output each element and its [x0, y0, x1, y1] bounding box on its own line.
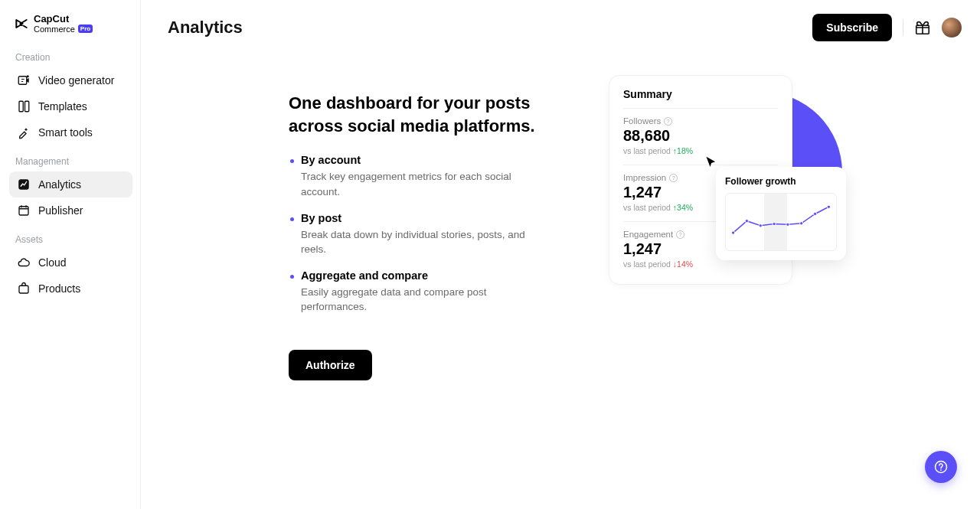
help-icon [933, 459, 949, 475]
templates-icon [17, 100, 31, 113]
feature-desc: Break data down by individual stories, p… [289, 227, 549, 257]
brand-subtitle: Commerce [34, 24, 75, 34]
sidebar-item-label: Products [38, 282, 80, 295]
svg-point-14 [813, 212, 816, 215]
feature-desc: Easily aggregate data and compare post p… [289, 285, 549, 315]
sidebar-item-label: Publisher [38, 204, 83, 217]
analytics-icon [17, 178, 31, 191]
nav-section-creation: Creation [15, 52, 132, 63]
header: Analytics Subscribe [168, 12, 962, 43]
sidebar-item-smart-tools[interactable]: Smart tools [9, 119, 132, 145]
metric-sub-prefix: vs last period [623, 203, 671, 212]
help-icon: ? [669, 174, 678, 182]
capcut-icon [14, 16, 29, 31]
subscribe-button[interactable]: Subscribe [812, 14, 892, 41]
feature-title: Aggregate and compare [289, 269, 549, 282]
popover-title: Follower growth [725, 176, 837, 187]
feature-title: By account [289, 154, 549, 166]
sidebar-item-label: Templates [38, 100, 87, 113]
feature-by-account: By account Track key engagement metrics … [289, 154, 549, 199]
metric-sub-prefix: vs last period [623, 259, 671, 269]
metric-label-text: Followers [623, 116, 661, 126]
sidebar-item-templates[interactable]: Templates [9, 93, 132, 119]
svg-rect-3 [25, 101, 29, 112]
svg-point-17 [940, 469, 942, 471]
svg-rect-6 [19, 285, 28, 293]
svg-point-12 [786, 223, 789, 226]
main-headline: One dashboard for your posts across soci… [289, 92, 549, 137]
metric-value: 88,680 [623, 127, 778, 145]
sidebar-item-publisher[interactable]: Publisher [9, 197, 132, 224]
gift-icon[interactable] [914, 19, 931, 36]
divider [903, 19, 903, 36]
sidebar-item-label: Smart tools [38, 126, 93, 139]
publisher-icon [17, 204, 31, 217]
analytics-illustration: Summary Followers ? 88,680 vs last perio… [582, 69, 858, 329]
cursor-icon [704, 155, 720, 171]
authorize-button[interactable]: Authorize [289, 350, 372, 380]
sidebar-item-video-generator[interactable]: Video generator [9, 67, 132, 93]
brand-name: CapCut [34, 14, 93, 24]
nav-section-management: Management [15, 156, 132, 167]
svg-point-9 [745, 220, 748, 223]
products-icon [17, 282, 31, 295]
sidebar-item-label: Video generator [38, 74, 114, 86]
avatar[interactable] [942, 18, 962, 38]
sidebar: CapCut Commerce Pro Creation Video gener… [0, 0, 141, 509]
follower-growth-popover: Follower growth [716, 167, 846, 260]
video-generator-icon [17, 73, 31, 87]
svg-point-15 [827, 205, 830, 208]
cloud-icon [17, 256, 31, 269]
summary-title: Summary [623, 88, 778, 100]
svg-rect-0 [18, 76, 27, 84]
svg-rect-2 [19, 101, 23, 112]
help-fab[interactable] [925, 451, 957, 483]
feature-by-post: By post Break data down by individual st… [289, 212, 549, 257]
svg-point-13 [800, 222, 803, 225]
nav-section-assets: Assets [15, 234, 132, 245]
help-icon: ? [664, 117, 672, 126]
sidebar-item-analytics[interactable]: Analytics [9, 171, 132, 197]
smart-tools-icon [17, 126, 31, 139]
metric-delta: ↑18% [673, 146, 693, 155]
svg-rect-5 [19, 206, 28, 214]
feature-title: By post [289, 212, 549, 224]
metric-sub-prefix: vs last period [623, 146, 671, 155]
sidebar-item-products[interactable]: Products [9, 276, 132, 302]
follower-growth-chart [725, 193, 837, 251]
metric-label-text: Engagement [623, 230, 673, 239]
sidebar-item-label: Cloud [38, 256, 67, 269]
feature-desc: Track key engagement metrics for each so… [289, 169, 549, 199]
svg-point-10 [759, 224, 762, 227]
feature-aggregate: Aggregate and compare Easily aggregate d… [289, 269, 549, 315]
metric-delta: ↓14% [673, 259, 693, 269]
metric-label-text: Impression [623, 173, 666, 182]
pro-badge: Pro [78, 24, 93, 33]
metric-followers: Followers ? 88,680 vs last period ↑18% [623, 108, 778, 165]
svg-point-1 [27, 75, 29, 77]
sidebar-item-label: Analytics [38, 178, 81, 191]
metric-delta: ↑34% [673, 203, 693, 212]
brand-logo[interactable]: CapCut Commerce Pro [14, 14, 132, 34]
sidebar-item-cloud[interactable]: Cloud [9, 250, 132, 276]
help-icon: ? [676, 230, 684, 239]
page-title: Analytics [168, 18, 243, 38]
svg-point-11 [773, 222, 776, 225]
svg-point-8 [731, 231, 734, 234]
